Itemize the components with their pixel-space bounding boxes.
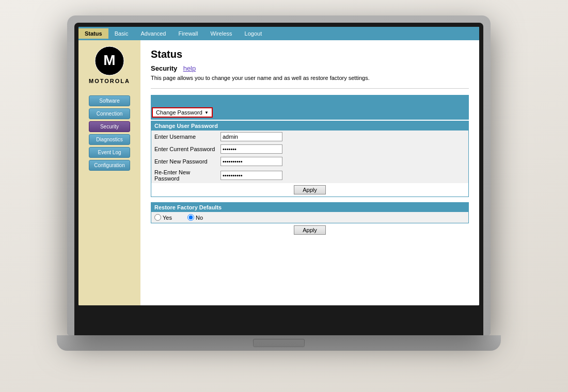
apply-factory-button[interactable]: Apply xyxy=(294,225,326,235)
reenter-password-label: Re-Enter New Password xyxy=(151,168,218,183)
username-cell xyxy=(218,130,468,143)
change-password-header: Change User Password xyxy=(151,121,468,130)
section-label: Security xyxy=(151,64,177,72)
page-wrapper: Status Basic Advanced Firewall Wireless … xyxy=(0,0,568,392)
no-option[interactable]: No xyxy=(187,214,203,221)
sidebar-btn-software[interactable]: Software xyxy=(89,95,130,106)
screen-bezel: Status Basic Advanced Firewall Wireless … xyxy=(74,23,483,335)
change-password-section: Change User Password Enter Username xyxy=(151,121,469,197)
table-row: Enter New Password xyxy=(151,155,468,168)
nav-firewall[interactable]: Firewall xyxy=(172,28,204,39)
factory-no-radio[interactable] xyxy=(187,214,194,221)
apply-password-button[interactable]: Apply xyxy=(294,185,326,194)
description-text: This page allows you to change your user… xyxy=(151,74,469,82)
sidebar: M MOTOROLA Software Connection Security … xyxy=(78,40,140,305)
yes-option[interactable]: Yes xyxy=(154,214,172,221)
username-label: Enter Username xyxy=(151,130,218,143)
reenter-password-cell xyxy=(218,168,468,183)
table-row: Enter Username xyxy=(151,130,468,143)
nav-wireless[interactable]: Wireless xyxy=(204,28,238,39)
factory-defaults-section: Restore Factory Defaults Yes xyxy=(151,202,469,223)
trackpad[interactable] xyxy=(253,339,305,347)
help-link[interactable]: help xyxy=(183,64,196,72)
content-area: Status Security help This page allows yo… xyxy=(140,40,479,305)
nav-basic[interactable]: Basic xyxy=(108,28,135,39)
svg-text:M: M xyxy=(103,52,115,68)
change-password-dropdown[interactable]: Change Password ▼ xyxy=(152,107,213,118)
router-ui: Status Basic Advanced Firewall Wireless … xyxy=(78,27,479,305)
reenter-password-input[interactable] xyxy=(220,171,282,180)
factory-yes-radio[interactable] xyxy=(154,214,161,221)
brand-name: MOTOROLA xyxy=(89,78,130,84)
divider xyxy=(151,88,469,89)
logo-area: M MOTOROLA xyxy=(89,45,130,84)
sidebar-btn-diagnostics[interactable]: Diagnostics xyxy=(89,134,130,145)
laptop: Status Basic Advanced Firewall Wireless … xyxy=(67,15,501,351)
laptop-base xyxy=(57,335,501,351)
main-area: M MOTOROLA Software Connection Security … xyxy=(78,40,479,305)
table-row: Enter Current Password xyxy=(151,143,468,155)
factory-radio-row: Yes No xyxy=(151,212,468,223)
sidebar-btn-security[interactable]: Security xyxy=(89,121,130,132)
no-label: No xyxy=(196,215,203,221)
new-password-input[interactable] xyxy=(220,157,282,166)
dropdown-row: Change Password ▼ xyxy=(151,106,469,120)
change-password-table: Enter Username Enter Current Password xyxy=(151,130,468,183)
dropdown-bar xyxy=(151,95,469,106)
table-row: Re-Enter New Password xyxy=(151,168,468,183)
laptop-outer: Status Basic Advanced Firewall Wireless … xyxy=(67,15,491,335)
new-password-cell xyxy=(218,155,468,168)
factory-defaults-header: Restore Factory Defaults xyxy=(151,203,468,212)
nav-status[interactable]: Status xyxy=(78,28,108,39)
current-password-cell xyxy=(218,143,468,155)
page-title: Status xyxy=(151,48,469,60)
sidebar-btn-configuration[interactable]: Configuration xyxy=(89,160,130,171)
sidebar-btn-connection[interactable]: Connection xyxy=(89,108,130,119)
username-input[interactable] xyxy=(220,132,282,141)
section-heading-row: Security help xyxy=(151,64,469,72)
dropdown-label: Change Password xyxy=(156,109,202,116)
nav-bar: Status Basic Advanced Firewall Wireless … xyxy=(78,27,479,40)
sidebar-btn-eventlog[interactable]: Event Log xyxy=(89,147,130,158)
nav-advanced[interactable]: Advanced xyxy=(135,28,172,39)
yes-label: Yes xyxy=(163,215,172,221)
current-password-label: Enter Current Password xyxy=(151,143,218,155)
nav-logout[interactable]: Logout xyxy=(239,28,269,39)
new-password-label: Enter New Password xyxy=(151,155,218,168)
motorola-logo-icon: M xyxy=(94,45,125,76)
dropdown-arrow-icon: ▼ xyxy=(204,110,209,115)
current-password-input[interactable] xyxy=(220,144,282,154)
laptop-screen: Status Basic Advanced Firewall Wireless … xyxy=(78,27,479,305)
